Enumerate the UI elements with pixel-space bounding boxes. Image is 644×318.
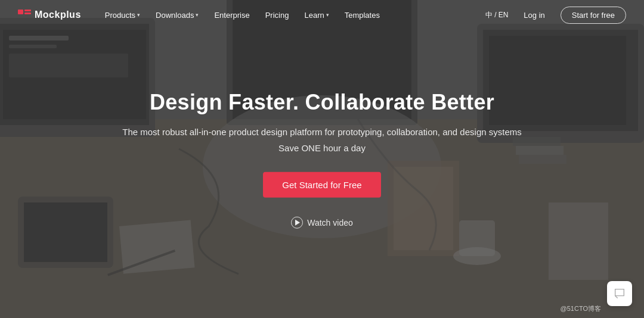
hero-content: Design Faster. Collaborate Better The mo…	[113, 90, 531, 229]
svg-rect-28	[24, 13, 31, 14]
start-free-button[interactable]: Start for free	[561, 7, 626, 24]
svg-rect-26	[18, 10, 23, 14]
watermark: @51CTO博客	[561, 304, 601, 313]
chat-button[interactable]	[607, 281, 632, 306]
hero-subtitle: The most robust all-in-one product desig…	[113, 126, 531, 139]
logo[interactable]: Mockplus	[18, 10, 81, 20]
logo-text: Mockplus	[35, 10, 81, 20]
downloads-chevron: ▾	[196, 12, 199, 18]
nav-links: Products ▾ Downloads ▾ Enterprise Pricin…	[99, 7, 486, 23]
nav-products[interactable]: Products ▾	[99, 7, 146, 23]
nav-pricing[interactable]: Pricing	[259, 7, 295, 23]
nav-templates[interactable]: Templates	[339, 7, 386, 23]
learn-chevron: ▾	[326, 12, 329, 18]
logo-icon	[18, 10, 31, 20]
watch-video-label: Watch video	[307, 217, 353, 227]
nav-enterprise[interactable]: Enterprise	[208, 7, 255, 23]
lang-separator: /	[494, 11, 496, 19]
hero-tagline: Save ONE hour a day	[113, 142, 531, 152]
lang-chinese: 中	[485, 10, 493, 20]
navbar: Mockplus Products ▾ Downloads ▾ Enterpri…	[0, 0, 644, 30]
language-switcher[interactable]: 中 / EN	[485, 10, 508, 20]
nav-downloads[interactable]: Downloads ▾	[150, 7, 205, 23]
play-triangle	[295, 219, 300, 225]
products-chevron: ▾	[137, 12, 140, 18]
svg-rect-27	[24, 10, 31, 11]
chat-icon	[613, 287, 626, 300]
nav-right: 中 / EN Log in Start for free	[485, 7, 626, 24]
nav-learn[interactable]: Learn ▾	[298, 7, 335, 23]
hero-title: Design Faster. Collaborate Better	[113, 90, 531, 115]
hero-section: Mockplus Products ▾ Downloads ▾ Enterpri…	[0, 0, 644, 318]
lang-english: EN	[499, 11, 509, 19]
play-icon	[291, 216, 303, 228]
login-button[interactable]: Log in	[515, 8, 553, 23]
get-started-button[interactable]: Get Started for Free	[263, 172, 380, 197]
watch-video-button[interactable]: Watch video	[291, 216, 353, 228]
